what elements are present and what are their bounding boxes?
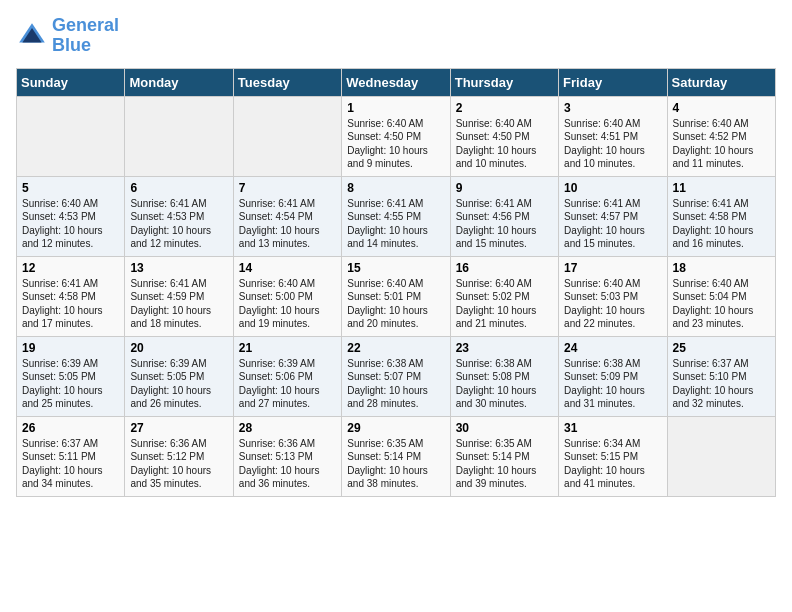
calendar-cell: 4Sunrise: 6:40 AM Sunset: 4:52 PM Daylig… — [667, 96, 775, 176]
day-number: 3 — [564, 101, 661, 115]
day-info: Sunrise: 6:40 AM Sunset: 4:50 PM Dayligh… — [347, 117, 444, 171]
day-info: Sunrise: 6:35 AM Sunset: 5:14 PM Dayligh… — [347, 437, 444, 491]
calendar-week-4: 19Sunrise: 6:39 AM Sunset: 5:05 PM Dayli… — [17, 336, 776, 416]
calendar-cell: 8Sunrise: 6:41 AM Sunset: 4:55 PM Daylig… — [342, 176, 450, 256]
day-info: Sunrise: 6:40 AM Sunset: 5:02 PM Dayligh… — [456, 277, 553, 331]
day-info: Sunrise: 6:41 AM Sunset: 4:58 PM Dayligh… — [673, 197, 770, 251]
calendar-week-1: 1Sunrise: 6:40 AM Sunset: 4:50 PM Daylig… — [17, 96, 776, 176]
day-number: 18 — [673, 261, 770, 275]
calendar-cell: 30Sunrise: 6:35 AM Sunset: 5:14 PM Dayli… — [450, 416, 558, 496]
day-info: Sunrise: 6:38 AM Sunset: 5:09 PM Dayligh… — [564, 357, 661, 411]
calendar-cell — [233, 96, 341, 176]
calendar-cell: 14Sunrise: 6:40 AM Sunset: 5:00 PM Dayli… — [233, 256, 341, 336]
day-number: 26 — [22, 421, 119, 435]
page-header: General Blue — [16, 16, 776, 56]
day-number: 15 — [347, 261, 444, 275]
calendar-cell: 24Sunrise: 6:38 AM Sunset: 5:09 PM Dayli… — [559, 336, 667, 416]
calendar-week-3: 12Sunrise: 6:41 AM Sunset: 4:58 PM Dayli… — [17, 256, 776, 336]
calendar-cell: 21Sunrise: 6:39 AM Sunset: 5:06 PM Dayli… — [233, 336, 341, 416]
calendar-cell: 5Sunrise: 6:40 AM Sunset: 4:53 PM Daylig… — [17, 176, 125, 256]
calendar-cell: 23Sunrise: 6:38 AM Sunset: 5:08 PM Dayli… — [450, 336, 558, 416]
calendar-cell: 20Sunrise: 6:39 AM Sunset: 5:05 PM Dayli… — [125, 336, 233, 416]
day-info: Sunrise: 6:40 AM Sunset: 4:51 PM Dayligh… — [564, 117, 661, 171]
day-number: 2 — [456, 101, 553, 115]
day-number: 20 — [130, 341, 227, 355]
weekday-header-thursday: Thursday — [450, 68, 558, 96]
day-number: 19 — [22, 341, 119, 355]
calendar-cell — [125, 96, 233, 176]
day-info: Sunrise: 6:40 AM Sunset: 4:53 PM Dayligh… — [22, 197, 119, 251]
day-number: 10 — [564, 181, 661, 195]
day-number: 9 — [456, 181, 553, 195]
calendar-cell: 26Sunrise: 6:37 AM Sunset: 5:11 PM Dayli… — [17, 416, 125, 496]
calendar-cell: 3Sunrise: 6:40 AM Sunset: 4:51 PM Daylig… — [559, 96, 667, 176]
day-number: 5 — [22, 181, 119, 195]
day-info: Sunrise: 6:41 AM Sunset: 4:57 PM Dayligh… — [564, 197, 661, 251]
weekday-header-friday: Friday — [559, 68, 667, 96]
calendar-cell: 15Sunrise: 6:40 AM Sunset: 5:01 PM Dayli… — [342, 256, 450, 336]
weekday-header-sunday: Sunday — [17, 68, 125, 96]
day-info: Sunrise: 6:41 AM Sunset: 4:53 PM Dayligh… — [130, 197, 227, 251]
day-info: Sunrise: 6:41 AM Sunset: 4:59 PM Dayligh… — [130, 277, 227, 331]
day-number: 21 — [239, 341, 336, 355]
calendar-cell: 12Sunrise: 6:41 AM Sunset: 4:58 PM Dayli… — [17, 256, 125, 336]
day-number: 29 — [347, 421, 444, 435]
day-info: Sunrise: 6:41 AM Sunset: 4:58 PM Dayligh… — [22, 277, 119, 331]
day-info: Sunrise: 6:40 AM Sunset: 4:52 PM Dayligh… — [673, 117, 770, 171]
day-number: 31 — [564, 421, 661, 435]
calendar-cell: 6Sunrise: 6:41 AM Sunset: 4:53 PM Daylig… — [125, 176, 233, 256]
calendar-cell: 25Sunrise: 6:37 AM Sunset: 5:10 PM Dayli… — [667, 336, 775, 416]
day-number: 11 — [673, 181, 770, 195]
day-info: Sunrise: 6:36 AM Sunset: 5:12 PM Dayligh… — [130, 437, 227, 491]
day-info: Sunrise: 6:40 AM Sunset: 5:00 PM Dayligh… — [239, 277, 336, 331]
day-number: 4 — [673, 101, 770, 115]
day-number: 14 — [239, 261, 336, 275]
day-info: Sunrise: 6:36 AM Sunset: 5:13 PM Dayligh… — [239, 437, 336, 491]
day-info: Sunrise: 6:39 AM Sunset: 5:05 PM Dayligh… — [130, 357, 227, 411]
day-info: Sunrise: 6:41 AM Sunset: 4:56 PM Dayligh… — [456, 197, 553, 251]
day-info: Sunrise: 6:40 AM Sunset: 4:50 PM Dayligh… — [456, 117, 553, 171]
calendar-cell: 31Sunrise: 6:34 AM Sunset: 5:15 PM Dayli… — [559, 416, 667, 496]
logo-text: General Blue — [52, 16, 119, 56]
day-number: 7 — [239, 181, 336, 195]
day-number: 12 — [22, 261, 119, 275]
calendar-cell: 22Sunrise: 6:38 AM Sunset: 5:07 PM Dayli… — [342, 336, 450, 416]
day-number: 22 — [347, 341, 444, 355]
day-info: Sunrise: 6:38 AM Sunset: 5:08 PM Dayligh… — [456, 357, 553, 411]
calendar-cell — [667, 416, 775, 496]
day-info: Sunrise: 6:41 AM Sunset: 4:54 PM Dayligh… — [239, 197, 336, 251]
day-info: Sunrise: 6:40 AM Sunset: 5:04 PM Dayligh… — [673, 277, 770, 331]
day-number: 23 — [456, 341, 553, 355]
day-info: Sunrise: 6:40 AM Sunset: 5:03 PM Dayligh… — [564, 277, 661, 331]
calendar-cell — [17, 96, 125, 176]
day-number: 6 — [130, 181, 227, 195]
calendar-cell: 27Sunrise: 6:36 AM Sunset: 5:12 PM Dayli… — [125, 416, 233, 496]
logo-icon — [16, 20, 48, 52]
calendar-week-5: 26Sunrise: 6:37 AM Sunset: 5:11 PM Dayli… — [17, 416, 776, 496]
day-number: 17 — [564, 261, 661, 275]
calendar-cell: 9Sunrise: 6:41 AM Sunset: 4:56 PM Daylig… — [450, 176, 558, 256]
calendar-cell: 1Sunrise: 6:40 AM Sunset: 4:50 PM Daylig… — [342, 96, 450, 176]
day-number: 13 — [130, 261, 227, 275]
calendar-table: SundayMondayTuesdayWednesdayThursdayFrid… — [16, 68, 776, 497]
calendar-cell: 11Sunrise: 6:41 AM Sunset: 4:58 PM Dayli… — [667, 176, 775, 256]
day-number: 28 — [239, 421, 336, 435]
day-number: 8 — [347, 181, 444, 195]
calendar-cell: 29Sunrise: 6:35 AM Sunset: 5:14 PM Dayli… — [342, 416, 450, 496]
calendar-body: 1Sunrise: 6:40 AM Sunset: 4:50 PM Daylig… — [17, 96, 776, 496]
calendar-cell: 13Sunrise: 6:41 AM Sunset: 4:59 PM Dayli… — [125, 256, 233, 336]
day-info: Sunrise: 6:39 AM Sunset: 5:06 PM Dayligh… — [239, 357, 336, 411]
calendar-cell: 17Sunrise: 6:40 AM Sunset: 5:03 PM Dayli… — [559, 256, 667, 336]
day-number: 27 — [130, 421, 227, 435]
day-info: Sunrise: 6:37 AM Sunset: 5:11 PM Dayligh… — [22, 437, 119, 491]
calendar-cell: 19Sunrise: 6:39 AM Sunset: 5:05 PM Dayli… — [17, 336, 125, 416]
day-info: Sunrise: 6:40 AM Sunset: 5:01 PM Dayligh… — [347, 277, 444, 331]
calendar-cell: 10Sunrise: 6:41 AM Sunset: 4:57 PM Dayli… — [559, 176, 667, 256]
day-info: Sunrise: 6:35 AM Sunset: 5:14 PM Dayligh… — [456, 437, 553, 491]
day-info: Sunrise: 6:39 AM Sunset: 5:05 PM Dayligh… — [22, 357, 119, 411]
weekday-header-monday: Monday — [125, 68, 233, 96]
calendar-cell: 7Sunrise: 6:41 AM Sunset: 4:54 PM Daylig… — [233, 176, 341, 256]
calendar-week-2: 5Sunrise: 6:40 AM Sunset: 4:53 PM Daylig… — [17, 176, 776, 256]
weekday-header-tuesday: Tuesday — [233, 68, 341, 96]
calendar-header-row: SundayMondayTuesdayWednesdayThursdayFrid… — [17, 68, 776, 96]
